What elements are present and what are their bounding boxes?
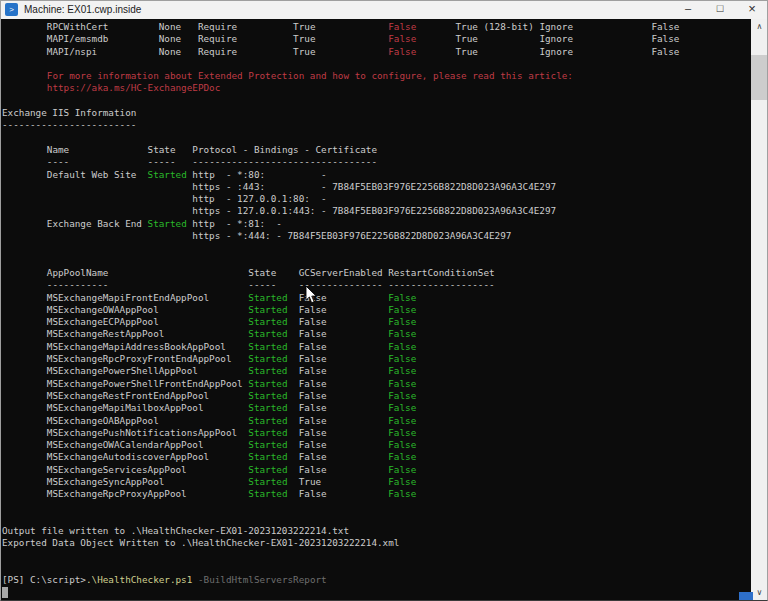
console-line xyxy=(2,562,751,574)
console-line: MSExchangeMapiMailboxAppPool Started Fal… xyxy=(2,402,751,414)
console-line: MSExchangeServicesAppPool Started False … xyxy=(2,464,751,476)
console-line: https - 127.0.0.1:443: - 7B84F5EB03F976E… xyxy=(2,205,751,217)
console-line: MSExchangeMapiAddressBookAppPool Started… xyxy=(2,341,751,353)
console-line xyxy=(2,242,751,254)
blue-square-artifact xyxy=(739,592,753,601)
console-line: http - 127.0.0.1:80: - xyxy=(2,193,751,205)
console-line: MSExchangeOWAAppPool Started False False xyxy=(2,304,751,316)
maximize-button[interactable]: □ xyxy=(704,0,736,19)
console-line xyxy=(2,58,751,70)
close-button[interactable]: × xyxy=(736,0,768,19)
console-line: ---- ----- -----------------------------… xyxy=(2,156,751,168)
console-line: MSExchangeSyncAppPool Started True False xyxy=(2,476,751,488)
console-line: MSExchangeMapiFrontEndAppPool Started Fa… xyxy=(2,292,751,304)
console-line: Output file written to .\HealthChecker-E… xyxy=(2,525,751,537)
console-line: For more information about Extended Prot… xyxy=(2,70,751,82)
console-line: MSExchangeOABAppPool Started False False xyxy=(2,415,751,427)
console-app-icon: > xyxy=(5,3,18,16)
console-line: MSExchangeRestFrontEndAppPool Started Fa… xyxy=(2,390,751,402)
console-line: Exchange Back End Started http - *:81: - xyxy=(2,218,751,230)
console-line: Default Web Site Started http - *:80: - xyxy=(2,169,751,181)
title-bar: > Machine: EX01.cwp.inside – □ × xyxy=(0,0,768,19)
console-line: https://aka.ms/HC-ExchangeEPDoc xyxy=(2,82,751,94)
scroll-down-button[interactable]: ∨ xyxy=(751,585,768,601)
console-line xyxy=(2,132,751,144)
console-line xyxy=(2,513,751,525)
console-line: MAPI/emsmdb None Require True False True… xyxy=(2,33,751,45)
console-window: > Machine: EX01.cwp.inside – □ × RPCWith… xyxy=(0,0,768,601)
scroll-up-button[interactable]: ∧ xyxy=(751,19,768,35)
console-line: [PS] C:\script>.\HealthChecker.ps1 -Buil… xyxy=(2,574,751,586)
console-line: MSExchangePowerShellAppPool Started Fals… xyxy=(2,365,751,377)
console-line: https - :443: - 7B84F5EB03F976E2256B822D… xyxy=(2,181,751,193)
console-line: MSExchangeAutodiscoverAppPool Started Fa… xyxy=(2,451,751,463)
console-line: MAPI/nspi None Require True False True I… xyxy=(2,46,751,58)
console-line xyxy=(2,95,751,107)
console-line: MSExchangeRpcProxyAppPool Started False … xyxy=(2,488,751,500)
console-line: AppPoolName State GCServerEnabled Restar… xyxy=(2,267,751,279)
window-title: Machine: EX01.cwp.inside xyxy=(24,0,141,19)
console-line: Name State Protocol - Bindings - Certifi… xyxy=(2,144,751,156)
scrollbar[interactable]: ∧ ∨ xyxy=(751,19,768,601)
minimize-button[interactable]: – xyxy=(672,0,704,19)
console-line: MSExchangeRpcProxyFrontEndAppPool Starte… xyxy=(2,353,751,365)
console-line: MSExchangeOWACalendarAppPool Started Fal… xyxy=(2,439,751,451)
console-line xyxy=(2,501,751,513)
console-line: MSExchangeECPAppPool Started False False xyxy=(2,316,751,328)
console-line xyxy=(2,587,751,599)
console-line: Exported Data Object Written to .\Health… xyxy=(2,537,751,549)
console-line xyxy=(2,550,751,562)
console-line: https - *:444: - 7B84F5EB03F976E2256B822… xyxy=(2,230,751,242)
console-line: MSExchangeRestAppPool Started False Fals… xyxy=(2,328,751,340)
console-output[interactable]: RPCWithCert None Require True False True… xyxy=(0,19,751,601)
console-line: MSExchangePowerShellFrontEndAppPool Star… xyxy=(2,378,751,390)
window-controls: – □ × xyxy=(672,0,768,19)
console-line: ----------- ----- --------------- ------… xyxy=(2,279,751,291)
console-line: MSExchangePushNotificationsAppPool Start… xyxy=(2,427,751,439)
console-line xyxy=(2,255,751,267)
scroll-thumb[interactable] xyxy=(751,55,768,100)
console-line: RPCWithCert None Require True False True… xyxy=(2,21,751,33)
console-line: ------------------------ xyxy=(2,119,751,131)
console-line: Exchange IIS Information xyxy=(2,107,751,119)
